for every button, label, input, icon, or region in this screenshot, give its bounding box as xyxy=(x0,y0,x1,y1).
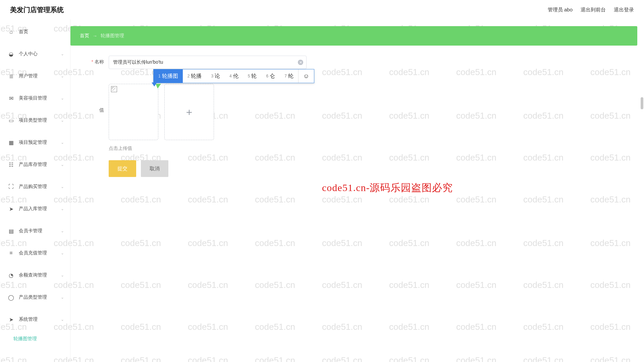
upload-preview[interactable] xyxy=(109,84,158,140)
ime-candidate-4[interactable]: 4伦 xyxy=(225,69,243,83)
sidebar-item-label: 余额查询管理 xyxy=(19,272,47,278)
send-icon: ➤ xyxy=(7,316,15,323)
ime-candidate-3[interactable]: 3论 xyxy=(206,69,225,83)
sidebar-item-label: 产品入库管理 xyxy=(19,206,47,212)
label-name: 名称 xyxy=(84,56,104,65)
sidebar-item-label: 会员卡管理 xyxy=(19,228,42,234)
app-title: 美发门店管理系统 xyxy=(10,5,64,14)
chevron-down-icon: ⌄ xyxy=(61,273,64,278)
chevron-down-icon: ⌄ xyxy=(61,74,64,78)
upload-add[interactable]: ＋ xyxy=(164,84,214,140)
clear-icon[interactable]: ✕ xyxy=(298,60,303,65)
ime-cand-text: 论 xyxy=(215,73,220,80)
ime-candidate-7[interactable]: 7纶 xyxy=(280,69,298,83)
ime-cand-num: 2 xyxy=(187,74,190,78)
monitor-icon: ▭ xyxy=(7,117,15,124)
home-icon: ⌂ xyxy=(7,29,15,35)
submit-button[interactable]: 提交 xyxy=(109,160,136,177)
sidebar-item-5[interactable]: ▦项目预定管理⌄ xyxy=(0,131,70,154)
menu-icon: ≡ xyxy=(7,250,15,256)
chevron-down-icon: ⌄ xyxy=(61,317,64,322)
smile-icon: ☺ xyxy=(303,73,309,80)
ime-cand-text: 伦 xyxy=(233,73,238,80)
card-icon: ▤ xyxy=(7,228,15,234)
header: 美发门店管理系统 管理员 abo 退出到前台 退出登录 xyxy=(0,0,644,19)
chevron-down-icon: ⌄ xyxy=(61,229,64,233)
ime-candidate-bar: 1轮播图2轮播3论4伦5轮6仑7纶☺ xyxy=(153,69,314,83)
ime-candidate-6[interactable]: 6仑 xyxy=(261,69,280,83)
sidebar-item-label: 个人中心 xyxy=(19,51,38,57)
ime-cand-num: 7 xyxy=(284,74,287,78)
sidebar-item-11[interactable]: ◔余额查询管理⌄ xyxy=(0,264,70,286)
sidebar-sub-carousel[interactable]: 轮播图管理 xyxy=(0,330,70,347)
header-to-front[interactable]: 退出到前台 xyxy=(581,7,606,13)
sidebar-item-8[interactable]: ➤产品入库管理⌄ xyxy=(0,198,70,220)
ime-cand-num: 5 xyxy=(248,74,250,78)
ime-candidate-5[interactable]: 5轮 xyxy=(243,69,262,83)
ime-candidate-1[interactable]: 1轮播图 xyxy=(154,69,183,83)
sidebar-item-13[interactable]: ➤系统管理⌄ xyxy=(0,308,70,330)
ime-cand-num: 3 xyxy=(211,74,213,78)
ime-cand-text: 轮 xyxy=(251,73,257,80)
circle-icon: ◯ xyxy=(7,294,15,301)
sidebar-item-label: 产品购买管理 xyxy=(19,184,47,190)
breadcrumb-sep: → xyxy=(93,33,97,39)
sidebar-item-6[interactable]: ☷产品库存管理⌄ xyxy=(0,154,70,176)
sidebar-item-3[interactable]: ✉美容项目管理⌄ xyxy=(0,87,70,109)
main: 首页 → 轮播图管理 名称 ✕ 1轮播图2轮播3论4伦5轮6仑7纶☺ xyxy=(70,19,644,362)
ime-cand-text: 纶 xyxy=(288,73,293,80)
sidebar-item-4[interactable]: ▭项目类型管理⌄ xyxy=(0,109,70,131)
sidebar-item-label: 项目预定管理 xyxy=(19,139,47,145)
sidebar-item-label: 产品类型管理 xyxy=(19,294,47,300)
ime-emoji-button[interactable]: ☺ xyxy=(298,69,314,83)
ime-pointer-icon xyxy=(152,82,157,86)
cancel-button[interactable]: 取消 xyxy=(141,160,168,177)
chevron-down-icon: ⌄ xyxy=(61,251,64,255)
name-input[interactable] xyxy=(109,56,307,69)
ime-cand-num: 1 xyxy=(158,74,161,78)
sidebar-item-label: 用户管理 xyxy=(19,73,38,79)
chevron-down-icon: ⌄ xyxy=(61,295,64,300)
sidebar: ⌂首页◒个人中心⌄≣用户管理⌄✉美容项目管理⌄▭项目类型管理⌄▦项目预定管理⌄☷… xyxy=(0,19,70,362)
breadcrumb: 首页 → 轮播图管理 xyxy=(70,26,637,46)
chat-icon: ✉ xyxy=(7,95,15,102)
sidebar-item-label: 项目类型管理 xyxy=(19,117,47,123)
ime-cand-num: 6 xyxy=(266,74,268,78)
sidebar-item-label: 系统管理 xyxy=(19,316,38,322)
sidebar-item-label: 首页 xyxy=(19,29,28,35)
sidebar-item-label: 产品库存管理 xyxy=(19,162,47,168)
chevron-down-icon: ⌄ xyxy=(61,140,64,145)
sidebar-item-label: 美容项目管理 xyxy=(19,95,47,101)
grid-icon: ▦ xyxy=(7,139,15,146)
chevron-down-icon: ⌄ xyxy=(61,184,64,189)
chevron-down-icon: ⌄ xyxy=(61,52,64,56)
sidebar-item-9[interactable]: ▤会员卡管理⌄ xyxy=(0,220,70,242)
chevron-down-icon: ⌄ xyxy=(61,162,64,167)
expand-icon: ⛶ xyxy=(7,184,15,190)
nav-icon: ➤ xyxy=(7,206,15,212)
ime-cand-text: 轮播图 xyxy=(162,73,178,80)
ime-candidate-2[interactable]: 2轮播 xyxy=(183,69,207,83)
sidebar-item-12[interactable]: ◯产品类型管理⌄ xyxy=(0,286,70,308)
list-icon: ≣ xyxy=(7,73,15,79)
header-user[interactable]: 管理员 abo xyxy=(548,7,573,13)
chevron-down-icon: ⌄ xyxy=(61,118,64,123)
breadcrumb-home[interactable]: 首页 xyxy=(80,33,89,39)
user-icon: ◒ xyxy=(7,51,15,57)
sidebar-item-label: 会员充值管理 xyxy=(19,250,47,256)
broken-image-icon xyxy=(111,86,117,92)
chevron-down-icon: ⌄ xyxy=(61,206,64,211)
ime-cand-text: 轮播 xyxy=(191,73,202,80)
scrollbar[interactable] xyxy=(641,97,643,109)
chevron-down-icon: ⌄ xyxy=(61,96,64,101)
label-value: 值 xyxy=(84,84,104,113)
ime-cand-text: 仑 xyxy=(270,73,275,80)
ime-cand-num: 4 xyxy=(229,74,232,78)
sidebar-item-2[interactable]: ≣用户管理⌄ xyxy=(0,65,70,87)
sidebar-item-10[interactable]: ≡会员充值管理⌄ xyxy=(0,242,70,264)
sidebar-item-7[interactable]: ⛶产品购买管理⌄ xyxy=(0,176,70,198)
sidebar-item-1[interactable]: ◒个人中心⌄ xyxy=(0,43,70,65)
pie-icon: ◔ xyxy=(7,272,15,279)
sidebar-item-0[interactable]: ⌂首页 xyxy=(0,21,70,43)
header-logout[interactable]: 退出登录 xyxy=(614,7,634,13)
